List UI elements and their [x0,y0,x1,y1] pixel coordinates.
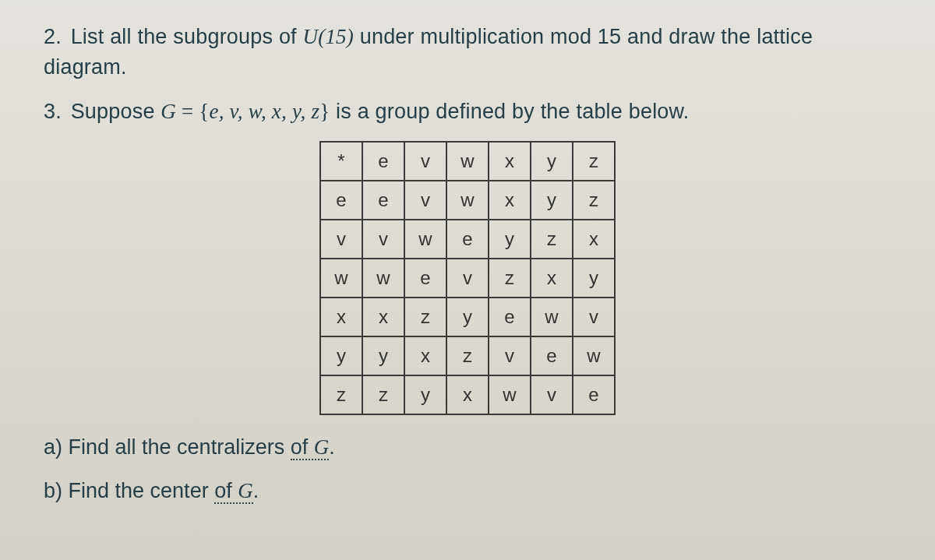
table-row: y y x z v e w [320,336,615,375]
table-cell: z [362,375,404,414]
qa-text-before: Find all the centralizers [69,435,291,459]
table-cell: v [573,298,615,336]
q3-elements: e, v, w, x, y, z [210,100,320,123]
table-cell: y [362,336,404,375]
q2-ufunc: U(15) [303,25,354,48]
question-3b: b) Find the center of G. [44,476,891,506]
table-row-label: x [320,298,362,336]
table-cell: z [446,336,489,375]
table-row: x x z y e w v [320,298,615,336]
table-cell: y [573,259,615,298]
table-cell: v [531,375,573,414]
question-2: 2. List all the subgroups of U(15) under… [44,22,891,83]
q2-text-before: List all the subgroups of [71,25,303,48]
table-row: e e v w x y z [320,181,615,220]
table-cell: y [531,181,573,220]
table-cell: w [362,259,404,298]
q3-text-before: Suppose [71,100,161,123]
table-cell: z [489,259,531,298]
table-cell: e [489,298,531,336]
table-cell: x [489,181,531,220]
table-cell: w [573,336,615,375]
qb-label: b) [44,479,62,502]
table-cell: y [404,375,446,414]
qb-underlined: of G [214,479,253,504]
table-cell: z [531,220,573,259]
table-cell: y [446,298,489,336]
table-cell: v [446,259,489,298]
page-content: 2. List all the subgroups of U(15) under… [0,0,935,537]
table-header-cell: w [446,142,489,181]
table-cell: x [404,336,446,375]
q3-set-close: } [319,100,330,123]
q2-number: 2. [44,25,62,48]
table-header-cell: v [404,142,446,181]
table-cell: w [446,181,489,220]
table-cell: e [573,375,615,414]
table-cell: w [404,220,446,259]
table-cell: v [362,220,404,259]
group-table: * e v w x y z e e v w x y z v v w e [319,141,616,415]
table-row: z z y x w v e [320,375,615,414]
table-cell: x [362,298,404,336]
table-header-cell: x [489,142,531,181]
qb-gvar: G [238,479,253,502]
table-cell: w [531,298,573,336]
table-cell: y [489,220,531,259]
q3-number: 3. [44,100,62,123]
qa-underlined-text: of [291,435,314,459]
table-header-cell: e [362,142,404,181]
qa-label: a) [44,435,62,459]
table-cell: z [404,298,446,336]
qa-underlined: of G [291,435,330,460]
qa-gvar: G [314,435,330,459]
table-cell: w [489,375,531,414]
table-cell: x [446,375,489,414]
table-row: w w e v z x y [320,259,615,298]
qa-period: . [329,435,335,459]
table-header-cell: z [573,142,615,181]
table-row-label: z [320,375,362,414]
qb-text-before: Find the center [69,479,215,502]
q3-text-after: is a group defined by the table below. [330,100,689,123]
table-header-row: * e v w x y z [320,142,615,181]
q3-equals: = [176,100,199,123]
table-cell: v [489,336,531,375]
table-cell: z [573,181,615,220]
question-3: 3. Suppose G = {e, v, w, x, y, z} is a g… [44,97,891,127]
table-corner: * [320,142,362,181]
table-row-label: w [320,259,362,298]
table-cell: e [446,220,489,259]
table-cell: x [573,220,615,259]
table-cell: v [404,181,446,220]
table-cell: e [404,259,446,298]
table-header-cell: y [531,142,573,181]
group-table-wrap: * e v w x y z e e v w x y z v v w e [44,141,891,415]
q3-gvar: G [161,100,176,123]
qb-period: . [253,479,259,502]
question-3a: a) Find all the centralizers of G. [44,432,891,463]
table-cell: x [531,259,573,298]
table-row: v v w e y z x [320,220,615,259]
table-cell: e [362,181,404,220]
table-row-label: v [320,220,362,259]
table-cell: e [531,336,573,375]
table-row-label: y [320,336,362,375]
q3-set-open: { [199,100,209,123]
qb-underlined-text: of [214,479,238,502]
table-row-label: e [320,181,362,220]
